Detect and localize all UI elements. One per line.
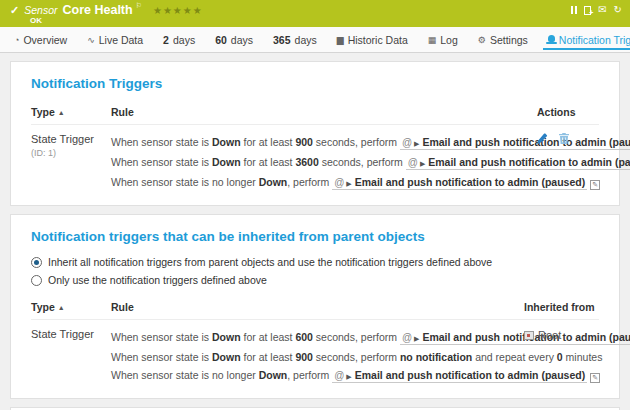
tab-settings[interactable]: ⚙Settings	[468, 27, 538, 52]
trigger-rule: When sensor state is no longer Down, per…	[111, 173, 537, 193]
inherit-options: Inherit all notification triggers from p…	[31, 256, 599, 286]
trigger-rule: When sensor state is Down for at least 9…	[111, 133, 537, 153]
flag-icon: ⚐	[136, 2, 142, 10]
tab-365-days[interactable]: 365 days	[263, 27, 327, 52]
trigger-rule: When sensor state is Down for at least 9…	[111, 348, 524, 366]
trigger-rules: When sensor state is Down for at least 6…	[111, 328, 524, 386]
trigger-id: (ID: 1)	[31, 148, 111, 158]
column-type[interactable]: Type ▲	[31, 106, 111, 118]
sort-asc-icon: ▲	[58, 109, 65, 116]
prtg-app: ✓ Sensor Core Health ⚐ ★★★★★ OK ✉ ↻ ◔Ove…	[0, 0, 630, 410]
tab-bar: ◔Overview∿Live Data2 days60 days365 days…	[0, 27, 630, 53]
status-check-icon: ✓	[10, 4, 19, 17]
overview-icon: ◔	[14, 35, 19, 45]
radio-only-own[interactable]: Only use the notification triggers defin…	[31, 274, 599, 286]
notification-link[interactable]: @▶Email and push notification to admin (…	[406, 156, 630, 170]
panel-notification-triggers: Notification Triggers Type ▲ Rule Action…	[10, 61, 620, 206]
email-icon: @	[402, 137, 412, 148]
push-icon: ▶	[346, 373, 351, 380]
tab-historic-data[interactable]: ▆Historic Data	[327, 27, 418, 52]
email-icon: @	[408, 157, 418, 168]
bell-icon	[548, 35, 555, 42]
delete-trigger-button[interactable]	[559, 133, 569, 144]
email-icon: @	[334, 177, 344, 188]
radio-inherit-all[interactable]: Inherit all notification triggers from p…	[31, 256, 599, 268]
settings-icon: ⚙	[478, 35, 486, 45]
mail-icon[interactable]: ✉	[598, 5, 606, 15]
table-row: State Trigger (ID: 1) When sensor state …	[31, 125, 599, 193]
edit-notification-icon[interactable]: ✎	[590, 373, 600, 383]
email-icon: @	[334, 370, 344, 381]
tab-notification-triggers[interactable]: Notification Triggers	[538, 27, 630, 52]
header-toolbar: ✉ ↻	[571, 5, 622, 15]
status-badge: OK	[30, 16, 42, 25]
radio-label: Only use the notification triggers defin…	[48, 274, 267, 286]
radio-label: Inherit all notification triggers from p…	[48, 256, 492, 268]
edit-trigger-button[interactable]	[537, 133, 548, 144]
trigger-type: State Trigger	[31, 133, 111, 145]
edit-notification-icon[interactable]: ✎	[590, 180, 600, 190]
column-actions: Actions	[537, 106, 599, 118]
push-icon: ▶	[414, 140, 419, 147]
radio-button[interactable]	[31, 257, 42, 268]
table-row: State Trigger When sensor state is Down …	[31, 320, 599, 386]
inherited-from-link[interactable]: Root	[524, 328, 599, 341]
tab-2-days[interactable]: 2 days	[153, 27, 205, 52]
tab-60-days[interactable]: 60 days	[205, 27, 263, 52]
panel-title: Notification Triggers	[31, 76, 599, 91]
radio-button[interactable]	[31, 275, 42, 286]
sort-asc-icon: ▲	[58, 304, 65, 311]
log-icon: ▦	[428, 35, 437, 45]
root-group-icon	[524, 331, 534, 340]
push-icon: ▶	[420, 160, 425, 167]
panel-title: Notification triggers that can be inheri…	[31, 229, 599, 244]
column-inherited-from: Inherited from	[524, 301, 599, 313]
priority-stars[interactable]: ★★★★★	[153, 5, 203, 16]
trigger-rule: When sensor state is no longer Down, per…	[111, 366, 524, 386]
table-header: Type ▲ Rule Actions	[31, 106, 599, 125]
page-content: Notification Triggers Type ▲ Rule Action…	[0, 53, 630, 410]
inherited-from-label: Root	[538, 329, 561, 341]
notification-link[interactable]: @▶Email and push notification to admin (…	[332, 369, 587, 383]
object-kind-label: Sensor	[24, 4, 57, 16]
historic-data-icon: ▆	[337, 35, 344, 45]
push-icon: ▶	[346, 180, 351, 187]
pause-icon[interactable]	[571, 6, 577, 14]
panel-inherited-triggers: Notification triggers that can be inheri…	[10, 214, 620, 399]
email-icon: @	[402, 332, 412, 343]
tab-overview[interactable]: ◔Overview	[4, 27, 77, 52]
sensor-title-row: ✓ Sensor Core Health ⚐ ★★★★★	[10, 3, 622, 17]
column-rule: Rule	[111, 106, 537, 118]
sensor-header: ✓ Sensor Core Health ⚐ ★★★★★ OK ✉ ↻	[0, 0, 630, 27]
trigger-rules: When sensor state is Down for at least 9…	[111, 133, 537, 193]
trigger-rule: When sensor state is Down for at least 6…	[111, 328, 524, 348]
tab-log[interactable]: ▦Log	[418, 27, 468, 52]
table-header: Type ▲ Rule Inherited from	[31, 301, 599, 320]
sensor-title: Core Health	[63, 3, 133, 17]
push-icon: ▶	[414, 335, 419, 342]
refresh-icon[interactable]: ↻	[614, 5, 622, 15]
trigger-type: State Trigger	[31, 328, 111, 340]
trigger-rule: When sensor state is Down for at least 3…	[111, 153, 537, 173]
live-data-icon: ∿	[87, 35, 95, 45]
tab-live-data[interactable]: ∿Live Data	[77, 27, 153, 52]
column-type[interactable]: Type ▲	[31, 301, 111, 313]
column-rule: Rule	[111, 301, 524, 313]
notification-link[interactable]: @▶Email and push notification to admin (…	[332, 176, 587, 190]
add-report-icon[interactable]	[584, 6, 591, 15]
